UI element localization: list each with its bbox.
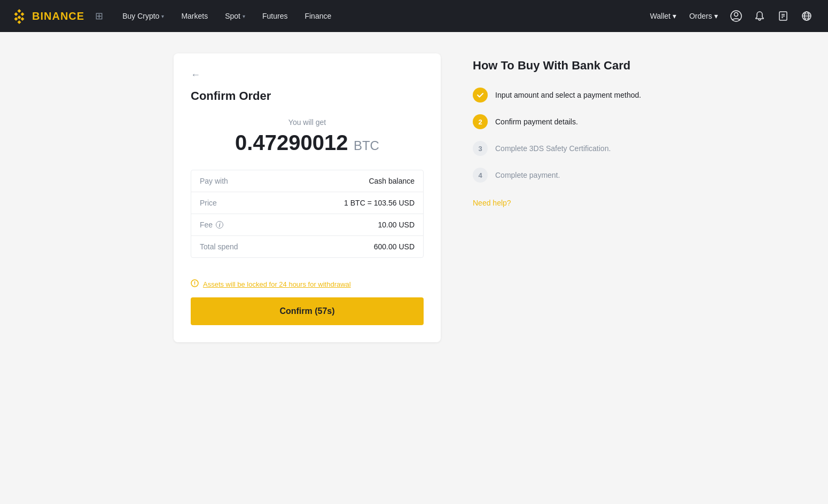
step-4-text: Complete payment. [495, 168, 560, 183]
svg-marker-3 [14, 17, 18, 21]
warning-icon [191, 279, 199, 289]
grid-menu-icon[interactable]: ⊞ [95, 10, 103, 22]
binance-logo-icon [11, 7, 28, 25]
guide-panel: How To Buy With Bank Card Input amount a… [473, 53, 654, 483]
detail-row-total: Total spend 600.00 USD [191, 236, 423, 257]
wallet-chevron: ▾ [673, 12, 676, 20]
navbar-right: Wallet ▾ Orders ▾ [645, 0, 817, 32]
nav-futures[interactable]: Futures [256, 0, 294, 32]
step-2-number: 2 [478, 118, 482, 126]
step-3-badge: 3 [473, 141, 488, 156]
warning-row: Assets will be locked for 24 hours for w… [191, 279, 424, 289]
step-1-badge [473, 88, 488, 103]
navbar-left: BINANCE ⊞ Buy Crypto ▾ Markets Spot ▾ Fu… [11, 0, 645, 32]
step-2: 2 Confirm payment details. [473, 114, 654, 129]
pay-with-label: Pay with [200, 177, 228, 185]
buy-crypto-chevron: ▾ [161, 13, 164, 19]
navbar: BINANCE ⊞ Buy Crypto ▾ Markets Spot ▾ Fu… [0, 0, 828, 32]
document-icon[interactable] [772, 0, 794, 32]
checkmark-icon [477, 91, 484, 99]
nav-finance[interactable]: Finance [298, 0, 338, 32]
binance-logo[interactable]: BINANCE [11, 7, 84, 25]
order-card: ← Confirm Order You will get 0.47290012 … [174, 53, 441, 342]
pay-with-value: Cash balance [369, 177, 415, 185]
step-4: 4 Complete payment. [473, 168, 654, 183]
step-4-badge: 4 [473, 168, 488, 183]
amount-number: 0.47290012 [235, 131, 348, 154]
main-content: ← Confirm Order You will get 0.47290012 … [0, 32, 828, 504]
step-4-number: 4 [478, 171, 482, 179]
fee-label: Fee i [200, 220, 223, 229]
step-1-text: Input amount and select a payment method… [495, 88, 641, 103]
step-3-text: Complete 3DS Safety Certification. [495, 141, 611, 156]
step-2-badge: 2 [473, 114, 488, 129]
svg-point-8 [735, 13, 738, 17]
svg-marker-1 [14, 12, 18, 16]
total-spend-label: Total spend [200, 242, 238, 251]
globe-icon[interactable] [796, 0, 817, 32]
amount-currency: BTC [354, 138, 379, 153]
details-table: Pay with Cash balance Price 1 BTC = 103.… [191, 170, 424, 258]
logo-text: BINANCE [32, 10, 84, 22]
step-3-number: 3 [478, 145, 482, 153]
detail-row-pay-with: Pay with Cash balance [191, 170, 423, 192]
nav-orders[interactable]: Orders ▾ [684, 0, 723, 32]
svg-marker-5 [18, 15, 21, 19]
amount-row: 0.47290012 BTC [191, 131, 424, 155]
svg-marker-2 [21, 12, 25, 16]
fee-info-icon[interactable]: i [216, 221, 223, 229]
confirm-title: Confirm Order [191, 89, 424, 103]
svg-point-20 [194, 285, 196, 286]
detail-row-fee: Fee i 10.00 USD [191, 214, 423, 236]
nav-wallet[interactable]: Wallet ▾ [645, 0, 682, 32]
nav-markets[interactable]: Markets [175, 0, 214, 32]
fee-value: 10.00 USD [378, 220, 415, 229]
svg-marker-0 [18, 9, 21, 13]
svg-marker-6 [18, 20, 21, 24]
orders-chevron: ▾ [714, 12, 718, 20]
spot-chevron: ▾ [243, 13, 245, 19]
warning-text: Assets will be locked for 24 hours for w… [203, 280, 351, 288]
step-1: Input amount and select a payment method… [473, 88, 654, 103]
nav-buy-crypto[interactable]: Buy Crypto ▾ [116, 0, 170, 32]
need-help-link[interactable]: Need help? [473, 199, 511, 207]
detail-row-price: Price 1 BTC = 103.56 USD [191, 192, 423, 214]
total-spend-value: 600.00 USD [374, 242, 415, 251]
guide-title: How To Buy With Bank Card [473, 59, 654, 73]
step-3: 3 Complete 3DS Safety Certification. [473, 141, 654, 156]
price-value: 1 BTC = 103.56 USD [344, 199, 415, 207]
svg-marker-4 [21, 17, 25, 21]
profile-icon[interactable] [725, 0, 747, 32]
confirm-button[interactable]: Confirm (57s) [191, 297, 424, 325]
back-button[interactable]: ← [191, 69, 200, 81]
step-2-text: Confirm payment details. [495, 114, 578, 129]
nav-spot[interactable]: Spot ▾ [218, 0, 252, 32]
bell-icon[interactable] [749, 0, 770, 32]
price-label: Price [200, 199, 217, 207]
you-will-get-label: You will get [191, 118, 424, 127]
